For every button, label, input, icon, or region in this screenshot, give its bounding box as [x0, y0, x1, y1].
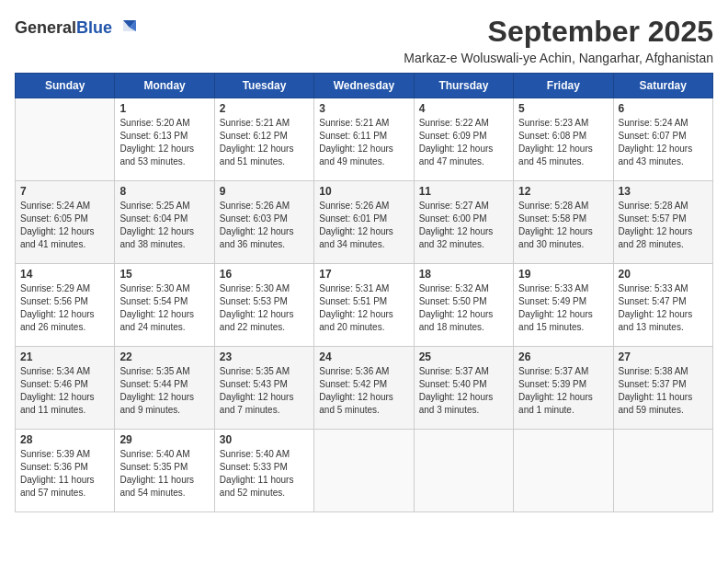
calendar-cell: 18Sunrise: 5:32 AM Sunset: 5:50 PM Dayli…	[414, 264, 513, 347]
calendar-week-row: 7Sunrise: 5:24 AM Sunset: 6:05 PM Daylig…	[16, 181, 713, 264]
day-info: Sunrise: 5:29 AM Sunset: 5:56 PM Dayligh…	[20, 282, 109, 334]
calendar-cell	[414, 430, 513, 512]
calendar-cell: 27Sunrise: 5:38 AM Sunset: 5:37 PM Dayli…	[613, 347, 712, 430]
calendar-cell: 24Sunrise: 5:36 AM Sunset: 5:42 PM Dayli…	[314, 347, 414, 430]
day-info: Sunrise: 5:27 AM Sunset: 6:00 PM Dayligh…	[419, 200, 508, 251]
day-info: Sunrise: 5:32 AM Sunset: 5:50 PM Dayligh…	[419, 282, 508, 334]
weekday-header-wednesday: Wednesday	[314, 74, 414, 98]
calendar-week-row: 21Sunrise: 5:34 AM Sunset: 5:46 PM Dayli…	[16, 347, 713, 430]
calendar-cell: 30Sunrise: 5:40 AM Sunset: 5:33 PM Dayli…	[214, 430, 313, 512]
day-number: 19	[518, 268, 608, 281]
day-number: 8	[119, 185, 209, 198]
calendar-subtitle: Markaz-e Woluswali-ye Achin, Nangarhar, …	[158, 51, 713, 65]
day-info: Sunrise: 5:26 AM Sunset: 6:03 PM Dayligh…	[220, 200, 309, 251]
day-info: Sunrise: 5:21 AM Sunset: 6:12 PM Dayligh…	[220, 117, 309, 168]
day-number: 13	[619, 185, 708, 198]
calendar-cell: 3Sunrise: 5:21 AM Sunset: 6:11 PM Daylig…	[314, 98, 414, 181]
calendar-cell: 8Sunrise: 5:25 AM Sunset: 6:04 PM Daylig…	[115, 181, 214, 264]
day-info: Sunrise: 5:35 AM Sunset: 5:43 PM Dayligh…	[220, 365, 309, 417]
weekday-header-saturday: Saturday	[613, 74, 712, 98]
calendar-cell	[16, 98, 115, 181]
day-info: Sunrise: 5:37 AM Sunset: 5:40 PM Dayligh…	[419, 365, 508, 417]
day-number: 25	[419, 350, 508, 363]
day-number: 22	[119, 350, 209, 363]
calendar-cell: 4Sunrise: 5:22 AM Sunset: 6:09 PM Daylig…	[414, 98, 513, 181]
day-number: 9	[220, 185, 309, 198]
calendar-cell: 21Sunrise: 5:34 AM Sunset: 5:46 PM Dayli…	[16, 347, 115, 430]
calendar-week-row: 1Sunrise: 5:20 AM Sunset: 6:13 PM Daylig…	[16, 98, 713, 181]
logo-general: General	[15, 18, 76, 37]
day-number: 1	[119, 102, 209, 115]
calendar-cell	[613, 430, 712, 512]
calendar-cell: 9Sunrise: 5:26 AM Sunset: 6:03 PM Daylig…	[214, 181, 313, 264]
day-info: Sunrise: 5:24 AM Sunset: 6:07 PM Dayligh…	[619, 117, 708, 168]
logo-icon	[114, 15, 140, 40]
calendar-cell: 19Sunrise: 5:33 AM Sunset: 5:49 PM Dayli…	[514, 264, 613, 347]
calendar-cell: 12Sunrise: 5:28 AM Sunset: 5:58 PM Dayli…	[514, 181, 613, 264]
calendar-cell: 13Sunrise: 5:28 AM Sunset: 5:57 PM Dayli…	[613, 181, 712, 264]
day-number: 17	[319, 268, 408, 281]
day-info: Sunrise: 5:30 AM Sunset: 5:54 PM Dayligh…	[119, 282, 209, 334]
day-info: Sunrise: 5:28 AM Sunset: 5:57 PM Dayligh…	[619, 200, 708, 251]
day-info: Sunrise: 5:30 AM Sunset: 5:53 PM Dayligh…	[220, 282, 309, 334]
day-number: 21	[20, 350, 109, 363]
logo: GeneralBlue	[15, 15, 140, 40]
day-info: Sunrise: 5:40 AM Sunset: 5:35 PM Dayligh…	[119, 448, 209, 500]
day-number: 10	[319, 185, 408, 198]
weekday-header-friday: Friday	[514, 74, 613, 98]
day-info: Sunrise: 5:21 AM Sunset: 6:11 PM Dayligh…	[319, 117, 408, 168]
day-info: Sunrise: 5:40 AM Sunset: 5:33 PM Dayligh…	[220, 448, 309, 500]
day-number: 7	[20, 185, 109, 198]
calendar-table: SundayMondayTuesdayWednesdayThursdayFrid…	[15, 73, 713, 512]
calendar-cell: 6Sunrise: 5:24 AM Sunset: 6:07 PM Daylig…	[613, 98, 712, 181]
calendar-cell: 17Sunrise: 5:31 AM Sunset: 5:51 PM Dayli…	[314, 264, 414, 347]
day-number: 16	[220, 268, 309, 281]
day-info: Sunrise: 5:25 AM Sunset: 6:04 PM Dayligh…	[119, 200, 209, 251]
day-info: Sunrise: 5:26 AM Sunset: 6:01 PM Dayligh…	[319, 200, 408, 251]
calendar-cell: 23Sunrise: 5:35 AM Sunset: 5:43 PM Dayli…	[214, 347, 313, 430]
day-number: 30	[220, 433, 309, 446]
day-number: 18	[419, 268, 508, 281]
weekday-header-thursday: Thursday	[414, 74, 513, 98]
weekday-header-monday: Monday	[115, 74, 214, 98]
calendar-week-row: 28Sunrise: 5:39 AM Sunset: 5:36 PM Dayli…	[16, 430, 713, 512]
calendar-cell: 11Sunrise: 5:27 AM Sunset: 6:00 PM Dayli…	[414, 181, 513, 264]
calendar-cell: 16Sunrise: 5:30 AM Sunset: 5:53 PM Dayli…	[214, 264, 313, 347]
day-number: 27	[619, 350, 708, 363]
weekday-header-row: SundayMondayTuesdayWednesdayThursdayFrid…	[16, 74, 713, 98]
day-number: 26	[518, 350, 608, 363]
day-number: 14	[20, 268, 109, 281]
calendar-title: September 2025	[158, 15, 713, 49]
day-info: Sunrise: 5:35 AM Sunset: 5:44 PM Dayligh…	[119, 365, 209, 417]
title-section: September 2025 Markaz-e Woluswali-ye Ach…	[158, 15, 713, 65]
calendar-cell: 20Sunrise: 5:33 AM Sunset: 5:47 PM Dayli…	[613, 264, 712, 347]
day-info: Sunrise: 5:36 AM Sunset: 5:42 PM Dayligh…	[319, 365, 408, 417]
day-number: 29	[119, 433, 209, 446]
calendar-cell: 7Sunrise: 5:24 AM Sunset: 6:05 PM Daylig…	[16, 181, 115, 264]
calendar-cell	[314, 430, 414, 512]
calendar-cell: 29Sunrise: 5:40 AM Sunset: 5:35 PM Dayli…	[115, 430, 214, 512]
day-info: Sunrise: 5:33 AM Sunset: 5:47 PM Dayligh…	[619, 282, 708, 334]
calendar-cell: 28Sunrise: 5:39 AM Sunset: 5:36 PM Dayli…	[16, 430, 115, 512]
day-info: Sunrise: 5:34 AM Sunset: 5:46 PM Dayligh…	[20, 365, 109, 417]
logo-blue: Blue	[76, 18, 112, 37]
day-info: Sunrise: 5:37 AM Sunset: 5:39 PM Dayligh…	[518, 365, 608, 417]
day-info: Sunrise: 5:20 AM Sunset: 6:13 PM Dayligh…	[119, 117, 209, 168]
calendar-cell: 2Sunrise: 5:21 AM Sunset: 6:12 PM Daylig…	[214, 98, 313, 181]
calendar-cell: 26Sunrise: 5:37 AM Sunset: 5:39 PM Dayli…	[514, 347, 613, 430]
day-number: 24	[319, 350, 408, 363]
calendar-week-row: 14Sunrise: 5:29 AM Sunset: 5:56 PM Dayli…	[16, 264, 713, 347]
day-info: Sunrise: 5:22 AM Sunset: 6:09 PM Dayligh…	[419, 117, 508, 168]
day-info: Sunrise: 5:33 AM Sunset: 5:49 PM Dayligh…	[518, 282, 608, 334]
day-info: Sunrise: 5:39 AM Sunset: 5:36 PM Dayligh…	[20, 448, 109, 500]
day-number: 12	[518, 185, 608, 198]
weekday-header-tuesday: Tuesday	[214, 74, 313, 98]
day-number: 28	[20, 433, 109, 446]
day-number: 23	[220, 350, 309, 363]
day-number: 20	[619, 268, 708, 281]
calendar-cell: 5Sunrise: 5:23 AM Sunset: 6:08 PM Daylig…	[514, 98, 613, 181]
calendar-cell: 22Sunrise: 5:35 AM Sunset: 5:44 PM Dayli…	[115, 347, 214, 430]
calendar-cell: 10Sunrise: 5:26 AM Sunset: 6:01 PM Dayli…	[314, 181, 414, 264]
day-info: Sunrise: 5:38 AM Sunset: 5:37 PM Dayligh…	[619, 365, 708, 417]
day-number: 3	[319, 102, 408, 115]
